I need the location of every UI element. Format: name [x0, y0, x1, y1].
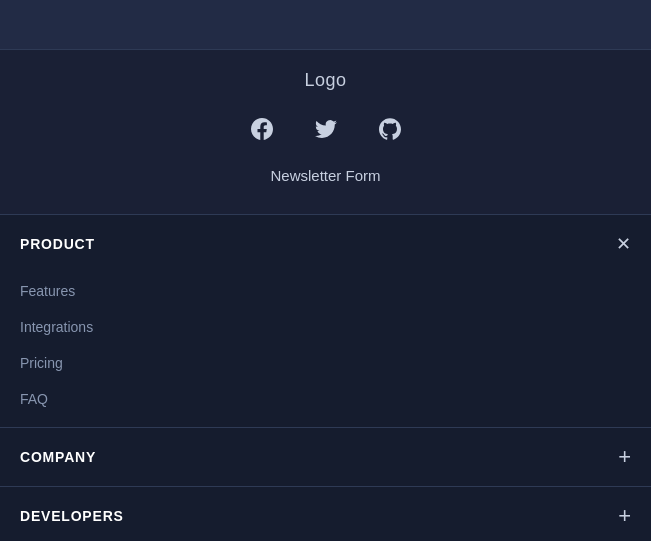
developers-section: DEVELOPERS + [0, 487, 651, 541]
company-section-title: COMPANY [20, 449, 96, 465]
header-section: Logo Newsletter Form [0, 50, 651, 215]
social-icons-group [244, 111, 408, 147]
twitter-icon[interactable] [308, 111, 344, 147]
company-plus-icon: + [618, 446, 631, 468]
company-section: COMPANY + [0, 428, 651, 487]
company-section-header[interactable]: COMPANY + [0, 428, 651, 486]
logo: Logo [304, 70, 346, 91]
github-icon[interactable] [372, 111, 408, 147]
developers-section-header[interactable]: DEVELOPERS + [0, 487, 651, 541]
facebook-icon[interactable] [244, 111, 280, 147]
product-nav-items: Features Integrations Pricing FAQ [0, 273, 651, 427]
developers-section-title: DEVELOPERS [20, 508, 124, 524]
footer-nav: PRODUCT ✕ Features Integrations Pricing … [0, 215, 651, 541]
nav-item-faq[interactable]: FAQ [20, 381, 631, 417]
product-section-title: PRODUCT [20, 236, 95, 252]
nav-item-integrations[interactable]: Integrations [20, 309, 631, 345]
top-bar [0, 0, 651, 50]
product-section-header[interactable]: PRODUCT ✕ [0, 215, 651, 273]
newsletter-label: Newsletter Form [270, 167, 380, 184]
product-section: PRODUCT ✕ Features Integrations Pricing … [0, 215, 651, 428]
product-close-icon: ✕ [616, 233, 631, 255]
nav-item-pricing[interactable]: Pricing [20, 345, 631, 381]
developers-plus-icon: + [618, 505, 631, 527]
nav-item-features[interactable]: Features [20, 273, 631, 309]
